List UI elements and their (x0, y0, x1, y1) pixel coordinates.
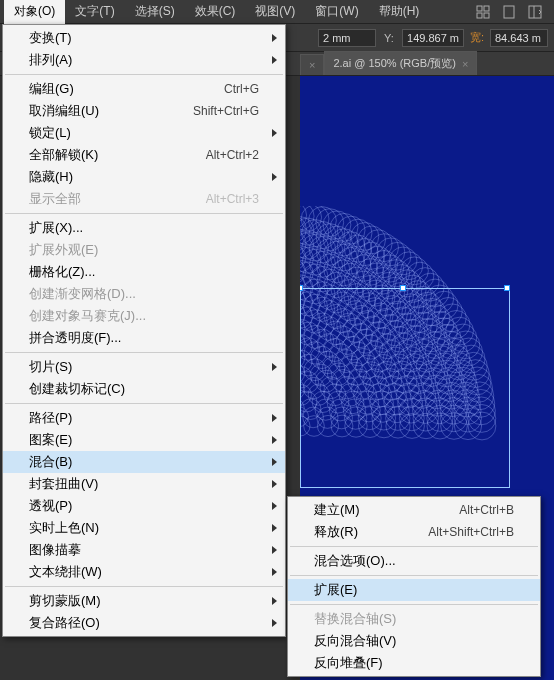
menu-item[interactable]: 隐藏(H) (3, 166, 285, 188)
selection-bounds (300, 288, 510, 488)
menu-item-label: 反向混合轴(V) (314, 632, 514, 650)
menu-item-label: 拼合透明度(F)... (29, 329, 259, 347)
menu-item[interactable]: 图像描摹 (3, 539, 285, 561)
menu-separator (5, 74, 283, 75)
menubar-item-effect[interactable]: 效果(C) (185, 0, 246, 24)
svg-rect-0 (477, 6, 482, 11)
grid-icon[interactable] (476, 5, 490, 19)
menu-item[interactable]: 混合(B) (3, 451, 285, 473)
menu-item[interactable]: 反向堆叠(F) (288, 652, 540, 674)
menubar-item-object[interactable]: 对象(O) (4, 0, 65, 24)
width-field[interactable]: 84.643 m (490, 29, 548, 47)
blend-submenu: 建立(M)Alt+Ctrl+B释放(R)Alt+Shift+Ctrl+B混合选项… (287, 496, 541, 677)
menu-item[interactable]: 复合路径(O) (3, 612, 285, 634)
menu-item[interactable]: 文本绕排(W) (3, 561, 285, 583)
tab-inactive[interactable]: × (300, 54, 324, 75)
menu-item[interactable]: 混合选项(O)... (288, 550, 540, 572)
menu-separator (5, 586, 283, 587)
menu-separator (5, 352, 283, 353)
menu-separator (290, 546, 538, 547)
tab-active[interactable]: 2.ai @ 150% (RGB/预览) × (324, 51, 477, 75)
menu-item-label: 图案(E) (29, 431, 259, 449)
menu-item-label: 图像描摹 (29, 541, 259, 559)
object-menu: 变换(T)排列(A)编组(G)Ctrl+G取消编组(U)Shift+Ctrl+G… (2, 24, 286, 637)
menubar-item-window[interactable]: 窗口(W) (305, 0, 368, 24)
menu-item-label: 排列(A) (29, 51, 259, 69)
menubar-item-select[interactable]: 选择(S) (125, 0, 185, 24)
menu-item-label: 混合(B) (29, 453, 259, 471)
menu-item[interactable]: 实时上色(N) (3, 517, 285, 539)
menu-separator (290, 575, 538, 576)
menu-item-shortcut: Alt+Ctrl+B (459, 503, 514, 517)
menu-item[interactable]: 拼合透明度(F)... (3, 327, 285, 349)
menu-item-label: 取消编组(U) (29, 102, 193, 120)
menu-item[interactable]: 排列(A) (3, 49, 285, 71)
menu-item-label: 编组(G) (29, 80, 224, 98)
menu-item-label: 文本绕排(W) (29, 563, 259, 581)
menu-item-label: 创建渐变网格(D)... (29, 285, 259, 303)
menu-item-label: 剪切蒙版(M) (29, 592, 259, 610)
selection-handle[interactable] (504, 285, 510, 291)
tab-label: 2.ai @ 150% (RGB/预览) (333, 56, 455, 71)
menu-item[interactable]: 变换(T) (3, 27, 285, 49)
menu-item[interactable]: 取消编组(U)Shift+Ctrl+G (3, 100, 285, 122)
menu-item-label: 锁定(L) (29, 124, 259, 142)
menu-item[interactable]: 锁定(L) (3, 122, 285, 144)
menu-item-label: 混合选项(O)... (314, 552, 514, 570)
menu-item[interactable]: 路径(P) (3, 407, 285, 429)
menu-item-label: 替换混合轴(S) (314, 610, 514, 628)
menu-item-shortcut: Alt+Ctrl+3 (206, 192, 259, 206)
menu-item[interactable]: 切片(S) (3, 356, 285, 378)
menu-item[interactable]: 释放(R)Alt+Shift+Ctrl+B (288, 521, 540, 543)
menubar-item-view[interactable]: 视图(V) (245, 0, 305, 24)
menu-item: 显示全部Alt+Ctrl+3 (3, 188, 285, 210)
menubar-item-help[interactable]: 帮助(H) (369, 0, 430, 24)
close-icon[interactable]: × (309, 59, 315, 71)
close-icon[interactable]: × (462, 58, 468, 70)
selection-handle[interactable] (300, 285, 303, 291)
menubar: 对象(O) 文字(T) 选择(S) 效果(C) 视图(V) 窗口(W) 帮助(H… (0, 0, 554, 24)
menu-item-shortcut: Shift+Ctrl+G (193, 104, 259, 118)
menu-item-shortcut: Alt+Shift+Ctrl+B (428, 525, 514, 539)
menu-item[interactable]: 剪切蒙版(M) (3, 590, 285, 612)
x-field[interactable]: 2 mm (318, 29, 376, 47)
menu-item-label: 隐藏(H) (29, 168, 259, 186)
menu-item: 创建对象马赛克(J)... (3, 305, 285, 327)
menu-separator (290, 604, 538, 605)
y-field[interactable]: 149.867 m (402, 29, 464, 47)
menu-item[interactable]: 编组(G)Ctrl+G (3, 78, 285, 100)
menu-item[interactable]: 封套扭曲(V) (3, 473, 285, 495)
menu-item[interactable]: 栅格化(Z)... (3, 261, 285, 283)
menu-item[interactable]: 反向混合轴(V) (288, 630, 540, 652)
menubar-item-text[interactable]: 文字(T) (65, 0, 124, 24)
menu-separator (5, 403, 283, 404)
menu-item-label: 反向堆叠(F) (314, 654, 514, 672)
menu-item[interactable]: 全部解锁(K)Alt+Ctrl+2 (3, 144, 285, 166)
menu-item: 扩展外观(E) (3, 239, 285, 261)
svg-rect-4 (504, 6, 514, 18)
selection-handle[interactable] (400, 285, 406, 291)
svg-rect-1 (484, 6, 489, 11)
menu-item[interactable]: 创建裁切标记(C) (3, 378, 285, 400)
y-label: Y: (380, 32, 398, 44)
menu-item-label: 建立(M) (314, 501, 459, 519)
menu-item[interactable]: 建立(M)Alt+Ctrl+B (288, 499, 540, 521)
menu-item[interactable]: 透视(P) (3, 495, 285, 517)
menu-item-shortcut: Ctrl+G (224, 82, 259, 96)
menu-item-label: 创建对象马赛克(J)... (29, 307, 259, 325)
width-label: 宽: (468, 30, 486, 45)
menu-item[interactable]: 图案(E) (3, 429, 285, 451)
svg-point-340 (401, 257, 429, 285)
menu-item[interactable]: 扩展(E) (288, 579, 540, 601)
menu-item-label: 全部解锁(K) (29, 146, 206, 164)
menu-item-label: 透视(P) (29, 497, 259, 515)
doc-icon[interactable] (502, 5, 516, 19)
menu-item[interactable]: 扩展(X)... (3, 217, 285, 239)
menu-item-label: 实时上色(N) (29, 519, 259, 537)
menu-item-label: 显示全部 (29, 190, 206, 208)
svg-rect-5 (529, 6, 541, 18)
svg-point-341 (406, 262, 434, 290)
menu-item-label: 路径(P) (29, 409, 259, 427)
menu-item-label: 切片(S) (29, 358, 259, 376)
layout-icon[interactable] (528, 5, 542, 19)
